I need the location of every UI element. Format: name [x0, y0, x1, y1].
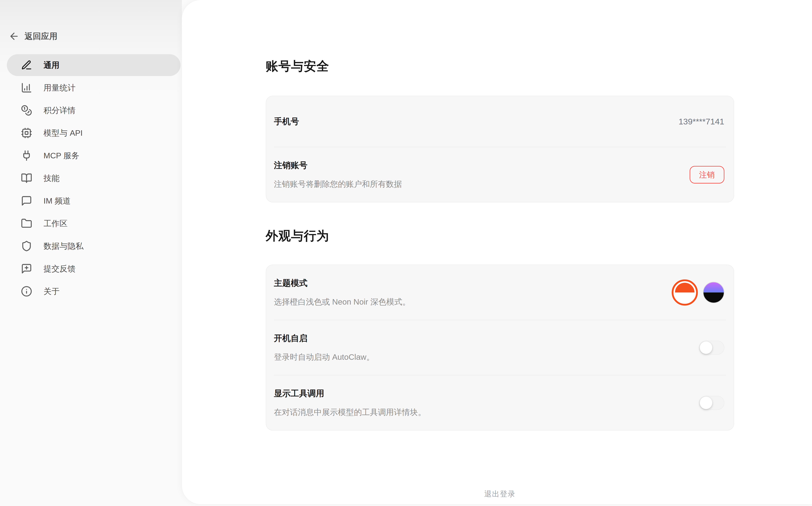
sidebar-item-label: 技能	[44, 173, 60, 184]
settings-content: 账号与安全 手机号 139****7141 注销账号 注销账号将删除您的账户和所…	[266, 0, 734, 499]
toggle-knob	[700, 341, 712, 354]
theme-light-swatch-icon	[675, 283, 694, 302]
settings-main-panel: 账号与安全 手机号 139****7141 注销账号 注销账号将删除您的账户和所…	[182, 0, 812, 504]
phone-number-label: 手机号	[274, 116, 299, 127]
show-tool-calls-row: 显示工具调用 在对话消息中展示模型的工具调用详情块。	[266, 375, 734, 430]
back-to-app-button[interactable]: 返回应用	[9, 31, 57, 42]
pen-line-icon	[21, 60, 32, 71]
plug-icon	[21, 150, 32, 161]
theme-option-light[interactable]	[672, 279, 698, 306]
delete-account-button[interactable]: 注销	[690, 166, 724, 183]
show-tool-calls-description: 在对话消息中展示模型的工具调用详情块。	[274, 407, 426, 418]
sidebar-item-credits[interactable]: 积分详情	[7, 99, 180, 121]
sidebar-item-mcp-services[interactable]: MCP 服务	[7, 145, 180, 167]
sidebar-item-data-privacy[interactable]: 数据与隐私	[7, 235, 180, 257]
sidebar-item-workspace[interactable]: 工作区	[7, 213, 180, 234]
phone-number-row: 手机号 139****7141	[266, 96, 734, 147]
delete-account-row: 注销账号 注销账号将删除您的账户和所有数据 注销	[266, 147, 734, 202]
sidebar-item-feedback[interactable]: 提交反馈	[7, 258, 180, 280]
sidebar-item-label: 积分详情	[44, 105, 76, 116]
sidebar-item-label: 通用	[44, 60, 60, 71]
section-title-appearance-behavior: 外观与行为	[266, 227, 734, 244]
theme-option-neon-noir-dark[interactable]	[703, 282, 724, 303]
sidebar-item-general[interactable]: 通用	[7, 54, 180, 76]
message-square-icon	[21, 195, 32, 206]
show-tool-calls-toggle[interactable]	[699, 396, 724, 410]
sidebar-item-label: 提交反馈	[44, 263, 76, 274]
cpu-icon	[21, 127, 32, 139]
show-tool-calls-label: 显示工具调用	[274, 388, 426, 399]
theme-mode-description: 选择橙白浅色或 Neon Noir 深色模式。	[274, 297, 411, 307]
info-icon	[21, 286, 32, 297]
autostart-description: 登录时自动启动 AutoClaw。	[274, 352, 374, 362]
section-title-account-security: 账号与安全	[266, 58, 734, 75]
theme-options	[672, 279, 724, 306]
logout-button[interactable]: 退出登录	[484, 489, 516, 499]
sidebar-item-label: 模型与 API	[44, 128, 83, 139]
back-to-app-label: 返回应用	[24, 31, 57, 42]
sidebar-item-label: 用量统计	[44, 82, 76, 93]
shield-icon	[21, 240, 32, 252]
sidebar-item-label: 工作区	[44, 218, 68, 229]
sidebar-item-models-api[interactable]: 模型与 API	[7, 122, 180, 144]
folder-icon	[21, 218, 32, 229]
sidebar-item-about[interactable]: 关于	[7, 280, 180, 302]
sidebar-item-usage-stats[interactable]: 用量统计	[7, 77, 180, 99]
delete-account-label: 注销账号	[274, 160, 402, 171]
book-open-icon	[21, 173, 32, 184]
account-security-card: 手机号 139****7141 注销账号 注销账号将删除您的账户和所有数据 注销	[266, 96, 734, 202]
sidebar-item-label: 数据与隐私	[44, 241, 83, 252]
sidebar-item-label: 关于	[44, 286, 60, 297]
arrow-left-icon	[9, 31, 19, 42]
message-square-plus-icon	[21, 263, 32, 274]
autostart-row: 开机自启 登录时自动启动 AutoClaw。	[266, 320, 734, 375]
theme-mode-label: 主题模式	[274, 277, 411, 289]
sidebar-item-skills[interactable]: 技能	[7, 167, 180, 189]
autostart-toggle[interactable]	[699, 341, 724, 355]
sidebar-item-label: MCP 服务	[44, 150, 79, 161]
logout-area: 退出登录	[266, 489, 734, 499]
delete-account-description: 注销账号将删除您的账户和所有数据	[274, 179, 402, 189]
sidebar-item-im-channels[interactable]: IM 频道	[7, 190, 180, 212]
theme-mode-row: 主题模式 选择橙白浅色或 Neon Noir 深色模式。	[266, 265, 734, 320]
toggle-knob	[700, 397, 712, 409]
sidebar-nav: 通用 用量统计 积分详情 模型与 API MCP 服务 技能 IM 频道	[7, 54, 180, 303]
settings-sidebar: 返回应用 通用 用量统计 积分详情 模型与 API MCP 服务 技能	[0, 0, 182, 506]
coins-icon	[21, 105, 32, 116]
autostart-label: 开机自启	[274, 333, 374, 344]
sidebar-item-label: IM 频道	[44, 195, 71, 206]
chart-column-icon	[21, 82, 32, 93]
phone-number-value: 139****7141	[678, 117, 724, 126]
appearance-behavior-card: 主题模式 选择橙白浅色或 Neon Noir 深色模式。 开机自启 登录时自动启…	[266, 265, 734, 431]
